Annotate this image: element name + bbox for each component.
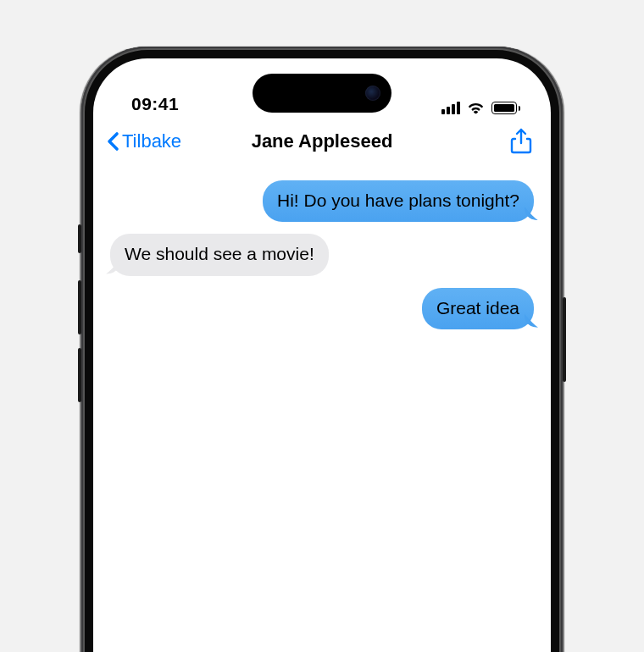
message-bubble-sent[interactable]: Great idea (422, 288, 534, 329)
message-bubble-sent[interactable]: Hi! Do you have plans tonight? (263, 180, 534, 222)
screen: 09:41 Tilbake Jane Appleseed (93, 58, 551, 652)
share-icon (510, 128, 532, 155)
cellular-signal-icon (441, 102, 460, 114)
volume-down-button[interactable] (78, 348, 81, 402)
message-list[interactable]: Hi! Do you have plans tonight? We should… (93, 163, 551, 358)
message-row: Great idea (110, 288, 534, 329)
back-button-label: Tilbake (122, 130, 181, 152)
phone-frame: 09:41 Tilbake Jane Appleseed (81, 47, 563, 652)
back-button[interactable]: Tilbake (107, 130, 181, 152)
power-button[interactable] (563, 297, 566, 382)
battery-icon (491, 102, 520, 114)
share-button[interactable] (510, 128, 532, 155)
chevron-left-icon (107, 131, 120, 152)
message-bubble-received[interactable]: We should see a movie! (110, 234, 329, 275)
volume-up-button[interactable] (78, 280, 81, 334)
dynamic-island (253, 74, 391, 113)
nav-bar: Tilbake Jane Appleseed (93, 119, 551, 163)
front-camera (365, 86, 380, 101)
message-row: We should see a movie! (110, 234, 534, 275)
page-title: Jane Appleseed (252, 130, 393, 152)
mute-switch[interactable] (78, 224, 81, 253)
message-row: Hi! Do you have plans tonight? (110, 180, 534, 222)
wifi-icon (467, 102, 485, 114)
